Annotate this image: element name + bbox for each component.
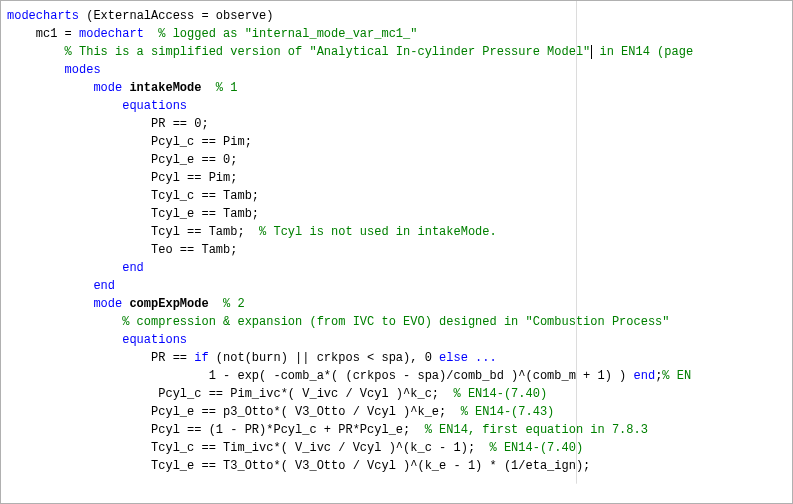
code-text: 1 - exp( -comb_a*( (crkpos - spa)/comb_b… <box>7 369 634 383</box>
code-text: (not(burn) || crkpos < spa), 0 <box>209 351 439 365</box>
comment: % 1 <box>216 81 238 95</box>
comment: % EN14-(7.40) <box>489 441 583 455</box>
keyword-modecharts: modecharts <box>7 9 79 23</box>
keyword-if: if <box>194 351 208 365</box>
identifier-compExpMode: compExpMode <box>122 297 223 311</box>
right-margin-guide <box>576 1 577 503</box>
code-text: Tcyl == Tamb; <box>7 225 259 239</box>
torn-edge-bottom <box>1 479 792 503</box>
code-text: Tcyl_e == Tamb; <box>7 207 259 221</box>
comment: % compression & expansion (from IVC to E… <box>7 315 670 329</box>
keyword-mode: mode <box>7 297 122 311</box>
keyword-equations: equations <box>7 99 187 113</box>
comment: % This is a simplified version of "Analy… <box>7 45 590 59</box>
keyword-mode: mode <box>7 81 122 95</box>
comment: % logged as "internal_mode_var_mc1_" <box>144 27 418 41</box>
code-text: Pcyl_e == p3_Otto*( V3_Otto / Vcyl )^k_e… <box>7 405 461 419</box>
comment: % EN14-(7.40) <box>453 387 547 401</box>
keyword-modechart: modechart <box>79 27 144 41</box>
comment: % EN <box>662 369 691 383</box>
keyword-end: end <box>7 279 115 293</box>
code-text: Pcyl_c == Pim_ivc*( V_ivc / Vcyl )^k_c; <box>7 387 453 401</box>
code-text: Pcyl == (1 - PR)*Pcyl_c + PR*Pcyl_e; <box>7 423 425 437</box>
code-text: Pcyl_e == 0; <box>7 153 237 167</box>
code-text: (ExternalAccess = observe) <box>79 9 273 23</box>
comment: % EN14, first equation in 7.8.3 <box>425 423 648 437</box>
comment: in EN14 (page <box>592 45 693 59</box>
comment: % Tcyl is not used in intakeMode. <box>259 225 497 239</box>
code-text: Tcyl_c == Tamb; <box>7 189 259 203</box>
keyword-end: end <box>7 261 144 275</box>
code-text: Teo == Tamb; <box>7 243 237 257</box>
code-text: Pcyl_c == Pim; <box>7 135 252 149</box>
ellipsis: ... <box>468 351 497 365</box>
code-text: PR == 0; <box>7 117 209 131</box>
code-text: Tcyl_e == T3_Otto*( V3_Otto / Vcyl )^(k_… <box>7 459 590 473</box>
comment: % 2 <box>223 297 245 311</box>
code-text: mc1 = <box>7 27 79 41</box>
keyword-equations: equations <box>7 333 187 347</box>
keyword-end: end <box>634 369 656 383</box>
keyword-modes: modes <box>7 63 101 77</box>
code-editor-panel: modecharts (ExternalAccess = observe) mc… <box>0 0 793 504</box>
keyword-else: else <box>439 351 468 365</box>
code-text: PR == <box>7 351 194 365</box>
code-text: Pcyl == Pim; <box>7 171 237 185</box>
comment: % EN14-(7.43) <box>461 405 555 419</box>
code-content[interactable]: modecharts (ExternalAccess = observe) mc… <box>1 1 792 475</box>
code-text: Tcyl_c == Tim_ivc*( V_ivc / Vcyl )^(k_c … <box>7 441 489 455</box>
identifier-intakeMode: intakeMode <box>122 81 216 95</box>
